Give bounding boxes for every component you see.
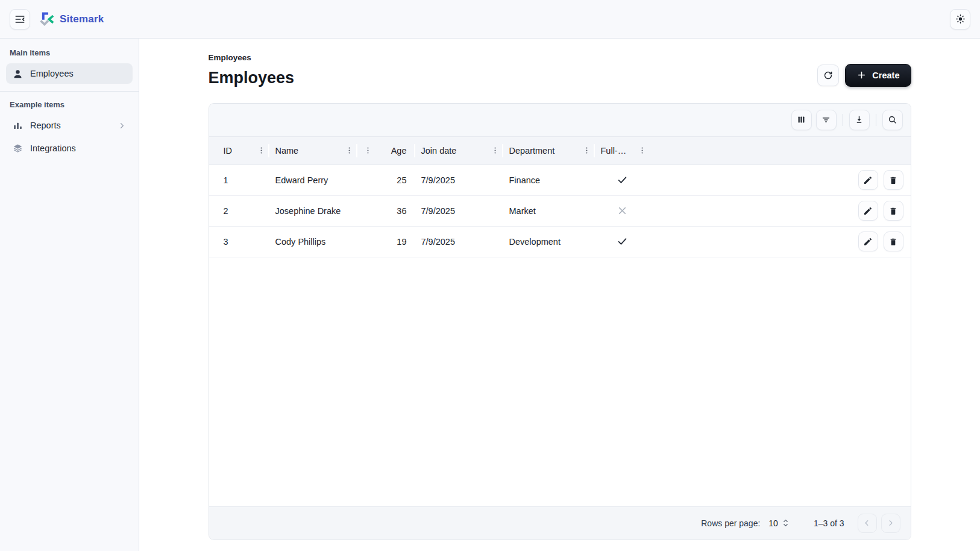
cell-age: 36 bbox=[357, 196, 415, 226]
toolbar-divider bbox=[843, 114, 843, 126]
column-header-full-time[interactable]: Full-… bbox=[595, 137, 650, 165]
column-header-name[interactable]: Name bbox=[269, 137, 357, 165]
pencil-icon bbox=[863, 237, 873, 247]
cell-full-time bbox=[595, 165, 650, 195]
grid-toolbar bbox=[209, 104, 911, 136]
trash-icon bbox=[888, 237, 898, 247]
edit-row-button[interactable] bbox=[858, 170, 878, 190]
theme-toggle-button[interactable] bbox=[950, 9, 970, 30]
column-menu-icon[interactable] bbox=[638, 146, 647, 155]
x-icon bbox=[617, 205, 628, 216]
sidebar: Main items Employees Example items Repor… bbox=[0, 39, 139, 551]
delete-row-button[interactable] bbox=[884, 170, 903, 190]
sidebar-collapse-button[interactable] bbox=[10, 9, 30, 30]
filter-icon bbox=[821, 115, 831, 125]
toolbar-divider bbox=[876, 114, 876, 126]
sun-icon bbox=[955, 13, 966, 25]
column-header-join-date[interactable]: Join date bbox=[415, 137, 503, 165]
sidebar-item-integrations[interactable]: Integrations bbox=[6, 138, 133, 159]
cell-join-date: 7/9/2025 bbox=[415, 196, 503, 226]
bar-chart-icon bbox=[12, 120, 24, 131]
layers-icon bbox=[12, 143, 24, 154]
column-header-id[interactable]: ID bbox=[209, 137, 269, 165]
edit-row-button[interactable] bbox=[858, 201, 878, 221]
grid-header-row: ID Name Age Join date bbox=[209, 136, 911, 165]
export-button[interactable] bbox=[849, 110, 870, 130]
grid-footer: Rows per page: 10 1–3 of 3 bbox=[209, 506, 911, 540]
table-row[interactable]: 3 Cody Phillips 19 7/9/2025 Development bbox=[209, 227, 911, 257]
trash-icon bbox=[888, 206, 898, 216]
cell-join-date: 7/9/2025 bbox=[415, 165, 503, 195]
sidebar-item-label: Integrations bbox=[30, 143, 76, 153]
create-button[interactable]: Create bbox=[845, 64, 911, 87]
cell-id: 2 bbox=[209, 196, 269, 226]
spinner-icon bbox=[782, 518, 790, 528]
columns-icon bbox=[796, 115, 806, 125]
top-bar: Sitemark bbox=[0, 0, 980, 39]
refresh-button[interactable] bbox=[817, 65, 839, 86]
sidebar-section-label: Example items bbox=[10, 100, 129, 109]
cell-age: 25 bbox=[357, 165, 415, 195]
page-title: Employees bbox=[209, 69, 295, 87]
pencil-icon bbox=[863, 175, 873, 185]
sidebar-item-label: Reports bbox=[30, 121, 61, 130]
edit-row-button[interactable] bbox=[858, 231, 878, 251]
sidebar-item-reports[interactable]: Reports bbox=[6, 115, 133, 136]
brand[interactable]: Sitemark bbox=[39, 11, 104, 27]
cell-id: 1 bbox=[209, 165, 269, 195]
filter-button[interactable] bbox=[816, 110, 837, 130]
table-row[interactable]: 1 Edward Perry 25 7/9/2025 Finance bbox=[209, 165, 911, 196]
grid-empty-area bbox=[209, 257, 911, 506]
trash-icon bbox=[888, 175, 898, 185]
create-button-label: Create bbox=[872, 71, 899, 80]
cell-id: 3 bbox=[209, 227, 269, 257]
column-menu-icon[interactable] bbox=[345, 146, 354, 155]
refresh-icon bbox=[823, 70, 834, 81]
next-page-button[interactable] bbox=[881, 514, 900, 533]
column-menu-icon[interactable] bbox=[582, 146, 591, 155]
rows-per-page-value: 10 bbox=[768, 518, 778, 528]
cell-filler bbox=[650, 196, 836, 226]
cell-department: Development bbox=[503, 227, 595, 257]
sidebar-divider bbox=[0, 91, 139, 92]
column-header-department[interactable]: Department bbox=[503, 137, 595, 165]
column-menu-icon[interactable] bbox=[491, 146, 500, 155]
rows-per-page-select[interactable]: 10 bbox=[768, 518, 790, 528]
cell-name: Josephine Drake bbox=[269, 196, 357, 226]
cell-department: Finance bbox=[503, 165, 595, 195]
delete-row-button[interactable] bbox=[884, 231, 903, 251]
pencil-icon bbox=[863, 206, 873, 216]
delete-row-button[interactable] bbox=[884, 201, 903, 221]
search-icon bbox=[887, 115, 897, 125]
column-header-age[interactable]: Age bbox=[357, 137, 415, 165]
previous-page-button[interactable] bbox=[858, 514, 877, 533]
cell-filler bbox=[650, 227, 836, 257]
person-icon bbox=[12, 68, 24, 80]
chevron-right-icon bbox=[118, 121, 127, 130]
search-button[interactable] bbox=[882, 110, 903, 130]
brand-name: Sitemark bbox=[60, 13, 104, 25]
cell-name: Cody Phillips bbox=[269, 227, 357, 257]
column-menu-icon[interactable] bbox=[257, 146, 266, 155]
breadcrumb: Employees bbox=[209, 53, 295, 62]
sidebar-section-label: Main items bbox=[10, 48, 129, 57]
check-icon bbox=[617, 236, 628, 247]
data-grid: ID Name Age Join date bbox=[209, 103, 911, 540]
cell-full-time bbox=[595, 196, 650, 226]
column-menu-icon[interactable] bbox=[363, 146, 372, 155]
chevron-left-icon bbox=[862, 518, 872, 527]
cell-department: Market bbox=[503, 196, 595, 226]
cell-full-time bbox=[595, 227, 650, 257]
check-icon bbox=[617, 174, 628, 186]
download-icon bbox=[854, 115, 864, 125]
cell-age: 19 bbox=[357, 227, 415, 257]
chevron-right-icon bbox=[886, 518, 895, 527]
sitemark-logo-icon bbox=[39, 11, 54, 27]
columns-button[interactable] bbox=[791, 110, 812, 130]
sidebar-item-employees[interactable]: Employees bbox=[6, 63, 133, 84]
rows-per-page-label: Rows per page: bbox=[701, 518, 760, 528]
table-row[interactable]: 2 Josephine Drake 36 7/9/2025 Market bbox=[209, 196, 911, 227]
column-header-filler bbox=[650, 137, 836, 165]
sidebar-item-label: Employees bbox=[30, 69, 74, 78]
cell-join-date: 7/9/2025 bbox=[415, 227, 503, 257]
